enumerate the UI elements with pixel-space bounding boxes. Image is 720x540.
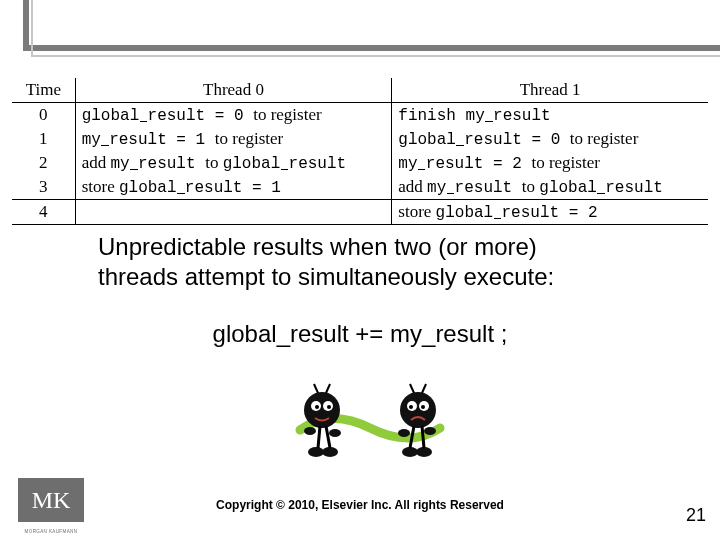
- cell-thread0: [75, 200, 392, 225]
- code-text: global: [436, 204, 494, 222]
- cell-thread1: store globalresult = 2: [392, 200, 708, 225]
- svg-point-16: [409, 405, 413, 409]
- table-header-row: Time Thread 0 Thread 1: [12, 78, 708, 103]
- publisher-logo-subtext: MORGAN KAUFMANN: [18, 529, 84, 534]
- page-number: 21: [686, 505, 706, 526]
- code-text: result: [426, 155, 484, 173]
- publisher-logo-letters: MK: [32, 487, 71, 514]
- svg-point-20: [398, 429, 410, 437]
- svg-point-23: [416, 447, 432, 457]
- code-text: = 2: [559, 204, 597, 222]
- table-row: 3 store globalresult = 1 add myresult to…: [12, 175, 708, 200]
- roman-text: to: [522, 177, 539, 196]
- code-text: result: [493, 107, 551, 125]
- svg-line-18: [410, 384, 414, 393]
- slide: Time Thread 0 Thread 1 0 globalresult = …: [0, 0, 720, 540]
- svg-point-22: [402, 447, 418, 457]
- cell-thread0: add myresult to globalresult: [75, 151, 392, 175]
- svg-line-11: [318, 426, 320, 448]
- svg-point-17: [421, 405, 425, 409]
- header-thread0: Thread 0: [75, 78, 392, 103]
- cell-thread1: globalresult = 0 to register: [392, 127, 708, 151]
- code-text: global: [398, 131, 456, 149]
- roman-text: to register: [531, 153, 599, 172]
- underscore-joiner-icon: [177, 193, 185, 194]
- code-text: result: [148, 107, 206, 125]
- code-text: global: [82, 107, 140, 125]
- underscore-joiner-icon: [447, 193, 455, 194]
- decor-rule-vertical-thin: [31, 0, 33, 57]
- roman-text: add: [82, 153, 111, 172]
- svg-point-9: [308, 447, 324, 457]
- code-text: finish: [398, 107, 465, 125]
- code-text: = 0: [205, 107, 253, 125]
- svg-point-8: [329, 429, 341, 437]
- code-text: = 0: [522, 131, 570, 149]
- header-time: Time: [12, 78, 75, 103]
- caption-line-1: Unpredictable results when two (or more): [98, 232, 660, 262]
- table-row: 2 add myresult to globalresult myresult …: [12, 151, 708, 175]
- underscore-joiner-icon: [494, 218, 502, 219]
- cell-time: 0: [12, 103, 75, 128]
- underscore-joiner-icon: [140, 121, 148, 122]
- cell-time: 1: [12, 127, 75, 151]
- code-text: global: [223, 155, 281, 173]
- underscore-joiner-icon: [485, 121, 493, 122]
- caption-line-2: threads attempt to simultaneously execut…: [98, 262, 660, 292]
- code-text: my: [110, 155, 129, 173]
- code-text: my: [427, 179, 446, 197]
- decor-rule-horizontal-thick: [23, 45, 720, 51]
- code-text: my: [398, 155, 417, 173]
- svg-line-19: [422, 384, 426, 393]
- table-row: 4 store globalresult = 2: [12, 200, 708, 225]
- cell-time: 2: [12, 151, 75, 175]
- cell-thread0: store globalresult = 1: [75, 175, 392, 200]
- code-text: global: [539, 179, 597, 197]
- code-line: global_result += my_result ;: [0, 320, 720, 348]
- publisher-logo: MK: [18, 478, 84, 522]
- cell-time: 4: [12, 200, 75, 225]
- underscore-joiner-icon: [130, 169, 138, 170]
- cell-time: 3: [12, 175, 75, 200]
- cell-thread0: globalresult = 0 to register: [75, 103, 392, 128]
- svg-line-5: [314, 384, 318, 393]
- code-text: result: [464, 131, 522, 149]
- cell-thread1: finish myresult: [392, 103, 708, 128]
- header-thread1: Thread 1: [392, 78, 708, 103]
- code-text: = 1: [242, 179, 280, 197]
- roman-text: to register: [253, 105, 321, 124]
- code-text: = 2: [483, 155, 531, 173]
- code-text: result: [185, 179, 243, 197]
- code-text: result: [455, 179, 522, 197]
- code-text: result: [605, 179, 663, 197]
- svg-point-4: [327, 405, 331, 409]
- cell-thread1: add myresult to globalresult: [392, 175, 708, 200]
- table-row: 0 globalresult = 0 to register finish my…: [12, 103, 708, 128]
- code-text: result: [138, 155, 205, 173]
- underscore-joiner-icon: [281, 169, 289, 170]
- race-condition-table: Time Thread 0 Thread 1 0 globalresult = …: [12, 78, 708, 225]
- roman-text: add: [398, 177, 427, 196]
- svg-point-7: [304, 427, 316, 435]
- roman-text: to register: [570, 129, 638, 148]
- code-text: result: [289, 155, 347, 173]
- table-row: 1 myresult = 1 to register globalresult …: [12, 127, 708, 151]
- caption-text: Unpredictable results when two (or more)…: [98, 232, 660, 292]
- svg-line-12: [326, 426, 330, 448]
- underscore-joiner-icon: [101, 145, 109, 146]
- roman-text: store: [398, 202, 435, 221]
- tug-of-war-cartoon-icon: [280, 368, 460, 468]
- code-text: global: [119, 179, 177, 197]
- svg-point-3: [315, 405, 319, 409]
- code-text: = 1: [167, 131, 215, 149]
- svg-point-0: [304, 392, 340, 428]
- copyright-text: Copyright © 2010, Elsevier Inc. All righ…: [0, 498, 720, 512]
- left-character-icon: [304, 384, 341, 457]
- svg-point-13: [400, 392, 436, 428]
- svg-line-6: [326, 384, 330, 393]
- code-text: result: [502, 204, 560, 222]
- cell-thread0: myresult = 1 to register: [75, 127, 392, 151]
- code-text: my: [466, 107, 485, 125]
- roman-text: to: [205, 153, 222, 172]
- roman-text: to register: [215, 129, 283, 148]
